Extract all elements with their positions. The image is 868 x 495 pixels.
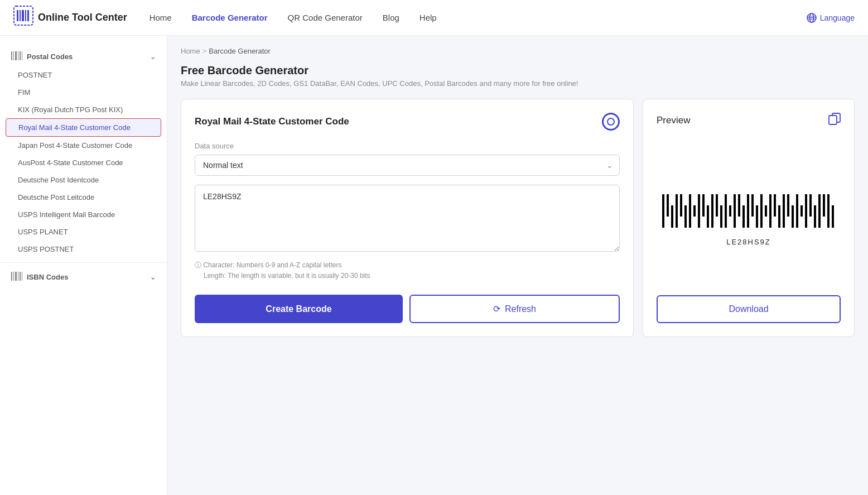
hint-char: ⓘ Character: Numbers 0-9 and A-Z capital… [195, 260, 620, 271]
svg-rect-60 [818, 194, 821, 228]
logo-text: Online Tool Center [38, 12, 127, 23]
sidebar-section-postal[interactable]: Postal Codes ⌄ [0, 47, 167, 66]
panel-header: Royal Mail 4-State Customer Code [195, 113, 620, 131]
left-panel: Royal Mail 4-State Customer Code Data so… [181, 99, 634, 337]
sidebar-item-japan-post[interactable]: Japan Post 4-State Customer Code [0, 137, 167, 154]
sidebar-item-usps-postnet[interactable]: USPS POSTNET [0, 241, 167, 258]
page-subtitle: Make Linear Barcodes, 2D Codes, GS1 Data… [181, 79, 855, 88]
svg-rect-59 [814, 205, 816, 228]
sidebar-item-auspost[interactable]: AusPost 4-State Customer Code [0, 154, 167, 171]
barcode-input[interactable]: LE28HS9Z [195, 185, 620, 252]
nav-blog[interactable]: Blog [383, 13, 399, 22]
svg-rect-16 [22, 51, 22, 60]
sidebar: Postal Codes ⌄ POSTNET FIM KIX (Royal Du… [0, 36, 167, 495]
svg-rect-45 [751, 194, 754, 217]
svg-rect-36 [711, 194, 713, 228]
preview-header: Preview [657, 113, 841, 128]
svg-rect-38 [720, 205, 722, 228]
target-icon [602, 113, 620, 131]
svg-rect-42 [738, 194, 740, 217]
svg-rect-61 [823, 194, 825, 217]
data-source-wrapper: Normal text Hex string Base64 ⌄ [195, 155, 620, 176]
breadcrumb-current: Barcode Generator [209, 47, 271, 55]
svg-rect-32 [693, 205, 696, 217]
svg-rect-54 [792, 205, 794, 228]
svg-rect-35 [707, 205, 709, 228]
barcode-value-label: LE28HS9Z [726, 238, 771, 246]
language-label: Language [820, 13, 855, 22]
chevron-down-isbn-icon: ⌄ [150, 273, 156, 281]
breadcrumb-home[interactable]: Home [181, 47, 200, 55]
panels-container: Royal Mail 4-State Customer Code Data so… [181, 99, 855, 337]
refresh-button[interactable]: ⟳ Refresh [409, 295, 620, 323]
svg-rect-49 [769, 194, 771, 228]
page-layout: Postal Codes ⌄ POSTNET FIM KIX (Royal Du… [0, 36, 868, 495]
svg-rect-26 [667, 194, 669, 217]
right-panel: Preview [643, 99, 855, 337]
svg-rect-63 [832, 205, 834, 228]
sidebar-section1-label: Postal Codes [27, 52, 73, 61]
barcode-section-icon [11, 51, 22, 62]
sidebar-item-kix[interactable]: KIX (Royal Dutch TPG Post KIX) [0, 101, 167, 118]
svg-rect-18 [13, 272, 14, 281]
buttons-row: Create Barcode ⟳ Refresh [195, 295, 620, 323]
globe-icon [807, 13, 817, 23]
svg-rect-44 [747, 194, 749, 228]
page-title: Free Barcode Generator [181, 64, 855, 77]
create-barcode-button[interactable]: Create Barcode [195, 295, 403, 323]
svg-rect-28 [676, 194, 678, 228]
barcode-isbn-icon [11, 272, 22, 282]
svg-rect-4 [25, 10, 26, 21]
data-source-label: Data source [195, 142, 620, 150]
svg-rect-50 [774, 194, 776, 217]
svg-rect-48 [765, 205, 767, 217]
svg-rect-53 [787, 194, 789, 217]
sidebar-item-fim[interactable]: FIM [0, 84, 167, 101]
svg-rect-20 [18, 272, 18, 281]
svg-rect-25 [662, 194, 664, 228]
sidebar-divider [0, 262, 167, 263]
barcode-preview-container: LE28HS9Z [659, 139, 838, 295]
logo-icon [13, 6, 33, 30]
svg-rect-55 [796, 194, 798, 228]
svg-rect-15 [20, 51, 21, 60]
copy-icon[interactable] [828, 113, 841, 128]
sidebar-item-usps-planet[interactable]: USPS PLANET [0, 223, 167, 241]
svg-rect-47 [760, 194, 763, 228]
sidebar-item-postnet[interactable]: POSTNET [0, 66, 167, 84]
sidebar-item-royal-mail[interactable]: Royal Mail 4-State Customer Code [6, 118, 161, 137]
svg-rect-30 [684, 205, 687, 228]
svg-rect-13 [15, 51, 17, 60]
svg-rect-40 [729, 205, 731, 217]
svg-rect-24 [829, 116, 837, 124]
svg-rect-11 [11, 51, 12, 60]
data-source-select[interactable]: Normal text Hex string Base64 [195, 155, 620, 176]
svg-rect-17 [11, 272, 12, 281]
svg-rect-29 [680, 194, 682, 217]
nav-home[interactable]: Home [150, 13, 172, 22]
svg-rect-21 [20, 272, 21, 281]
header: Online Tool Center Home Barcode Generato… [0, 0, 868, 36]
svg-rect-33 [698, 194, 700, 228]
download-button[interactable]: Download [657, 295, 841, 323]
sidebar-item-deutsche-ident[interactable]: Deutsche Post Identcode [0, 171, 167, 189]
svg-rect-2 [20, 10, 21, 21]
preview-title: Preview [657, 115, 690, 126]
svg-rect-31 [689, 194, 691, 228]
svg-rect-51 [778, 205, 780, 228]
barcode-image [659, 189, 838, 233]
breadcrumb-separator: > [202, 47, 207, 55]
sidebar-item-deutsche-leit[interactable]: Deutsche Post Leitcode [0, 189, 167, 206]
language-button[interactable]: Language [807, 13, 855, 23]
nav-barcode-generator[interactable]: Barcode Generator [192, 13, 268, 22]
nav-help[interactable]: Help [419, 13, 437, 22]
sidebar-section-isbn[interactable]: ISBN Codes ⌄ [0, 267, 167, 287]
svg-rect-3 [22, 10, 24, 21]
svg-rect-22 [22, 272, 22, 281]
nav-qr-code-generator[interactable]: QR Code Generator [288, 13, 363, 22]
info-icon: ⓘ [195, 261, 201, 269]
sidebar-item-usps-intelligent[interactable]: USPS Intelligent Mail Barcode [0, 206, 167, 223]
sidebar-section2-label: ISBN Codes [27, 273, 68, 281]
svg-rect-34 [702, 194, 705, 217]
svg-rect-19 [15, 272, 17, 281]
